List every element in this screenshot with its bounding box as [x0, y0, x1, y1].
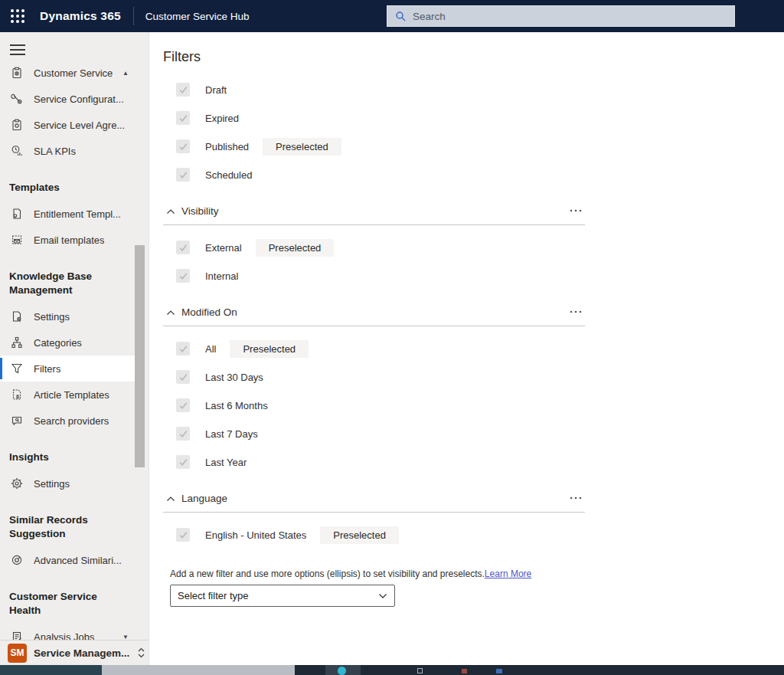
checkbox-checked[interactable]: [176, 427, 190, 441]
page-title: Filters: [163, 49, 784, 65]
sidebar-item-label: Service Level Agre...: [34, 120, 125, 131]
sidebar-item-entitlement-templates[interactable]: Entitlement Templ...: [0, 201, 135, 227]
chevron-down-icon: [378, 593, 387, 599]
filter-option-label: Last 30 Days: [205, 372, 263, 383]
funnel-icon: [10, 362, 24, 375]
more-options-button[interactable]: [567, 309, 585, 315]
preselected-chip: Preselected: [263, 138, 341, 156]
hamburger-menu-icon[interactable]: [10, 44, 25, 55]
checkbox-checked[interactable]: [176, 370, 190, 384]
help-text: Add a new filter and use more options (e…: [170, 569, 784, 579]
os-taskbar-sliver: [0, 665, 784, 675]
filter-option-row: Scheduled: [176, 165, 784, 184]
sidebar-item-customer-service[interactable]: Customer Service ...: [0, 60, 135, 86]
sidebar-item-advanced-similarity[interactable]: Advanced Similari...: [0, 547, 135, 573]
sidebar-item-search-providers[interactable]: Search providers: [0, 408, 135, 434]
filter-option-label: External: [205, 242, 242, 254]
taskbar-segment: [0, 665, 102, 675]
sidebar-item-label: Filters: [34, 363, 60, 375]
taskbar-app-icon: [462, 669, 467, 673]
sidebar-item-label: Advanced Similari...: [34, 555, 122, 566]
filter-option-label: English - United States: [205, 529, 306, 541]
learn-more-link[interactable]: Learn More: [485, 569, 531, 579]
filter-option-label: Last 7 Days: [205, 428, 258, 440]
checkbox-checked[interactable]: [176, 455, 190, 469]
filter-type-select-value: Select filter type: [178, 590, 249, 601]
sidebar-item-service-level-agreements[interactable]: Service Level Agre...: [0, 112, 135, 138]
checkbox-checked[interactable]: [176, 269, 190, 283]
brand-title[interactable]: Dynamics 365: [40, 9, 121, 23]
clipboard-gear-icon: [10, 66, 24, 80]
section-header[interactable]: Language: [163, 490, 585, 506]
sidebar-group-header: Knowledge Base Management: [0, 270, 115, 297]
search-placeholder: Search: [413, 11, 446, 22]
checkbox-checked[interactable]: [176, 111, 190, 125]
add-filter-area: Add a new filter and use more options (e…: [170, 569, 784, 607]
sidebar-item-filters[interactable]: Filters: [0, 356, 135, 382]
sidebar-item-kb-settings[interactable]: Settings: [0, 303, 135, 329]
sidebar-group-header: Templates: [0, 181, 135, 195]
filter-option-label: Expired: [205, 113, 239, 124]
clock-chart-icon: [10, 144, 24, 158]
checkbox-checked[interactable]: [176, 168, 190, 182]
area-switcher[interactable]: SM Service Managem...: [0, 640, 149, 665]
filter-section-status: Draft Expired Published Preselected: [163, 80, 784, 184]
filter-section-modified-on: Modified On All Preselected: [163, 303, 585, 471]
checkbox-checked[interactable]: [176, 241, 190, 254]
sidebar-item-label: Article Templates: [34, 389, 109, 401]
sidebar-item-label: Settings: [34, 311, 70, 323]
topbar-divider: [133, 7, 134, 25]
mail-icon: [10, 233, 24, 247]
sidebar-item-analysis-jobs[interactable]: Analysis Jobs: [0, 624, 135, 640]
preselected-chip: Preselected: [256, 239, 335, 257]
filter-option-row: External Preselected: [176, 238, 585, 257]
ellipsis-icon: [570, 310, 582, 313]
taskbar-segment: [102, 665, 295, 675]
expand-caret-icon[interactable]: [122, 634, 129, 641]
section-header[interactable]: Modified On: [163, 303, 585, 320]
filter-section-visibility: Visibility External Preselected: [163, 202, 585, 285]
sidebar-group-header: Similar Records Suggestion: [0, 513, 115, 541]
sidebar-group-header: Customer Service Health: [0, 590, 135, 618]
collapse-chevron-icon: [166, 310, 175, 316]
cortana-icon: [338, 667, 346, 675]
sidebar-item-insights-settings[interactable]: Settings: [0, 470, 135, 496]
sidebar-item-label: SLA KPIs: [34, 146, 76, 157]
clipboard-icon: [10, 118, 24, 132]
checkbox-checked[interactable]: [176, 139, 190, 153]
global-search-input[interactable]: Search: [387, 5, 735, 27]
more-options-button[interactable]: [567, 495, 585, 501]
collapse-caret-icon[interactable]: [122, 70, 129, 77]
sidebar-item-label: Search providers: [34, 415, 109, 427]
linked-circles-icon: [10, 553, 24, 567]
sidebar-item-sla-kpis[interactable]: SLA KPIs: [0, 138, 135, 164]
sidebar-item-categories[interactable]: Categories: [0, 329, 135, 356]
filter-option-row: Last 30 Days: [176, 368, 585, 386]
filter-option-label: Draft: [205, 84, 227, 96]
sidebar-item-article-templates[interactable]: Article Templates: [0, 382, 135, 408]
sidebar-item-service-configuration[interactable]: Service Configurat...: [0, 86, 135, 112]
waffle-icon: [11, 9, 24, 23]
filter-option-label: Internal: [205, 270, 238, 282]
checkbox-checked[interactable]: [176, 83, 190, 97]
filter-option-label: Last 6 Months: [205, 400, 268, 411]
filter-option-label: Published: [205, 141, 249, 152]
sidebar-scrollbar-thumb[interactable]: [135, 245, 145, 467]
filter-option-row: All Preselected: [176, 339, 585, 358]
filter-type-select[interactable]: Select filter type: [170, 585, 395, 607]
checkbox-checked[interactable]: [176, 528, 190, 542]
app-launcher-waffle-icon[interactable]: [0, 0, 35, 32]
section-divider: [163, 512, 585, 513]
sidebar-item-email-templates[interactable]: Email templates: [0, 227, 135, 253]
app-name[interactable]: Customer Service Hub: [145, 11, 250, 22]
area-switcher-label: Service Managem...: [34, 647, 129, 659]
checkbox-checked[interactable]: [176, 398, 190, 412]
more-options-button[interactable]: [567, 208, 585, 214]
search-icon: [395, 11, 407, 22]
filter-option-row: Expired: [176, 109, 784, 127]
area-initials-badge: SM: [8, 644, 27, 663]
checkbox-checked[interactable]: [176, 342, 190, 356]
filter-option-row: Last 6 Months: [176, 396, 585, 415]
section-header[interactable]: Visibility: [163, 202, 585, 219]
sidebar-group-header: Insights: [0, 451, 135, 464]
